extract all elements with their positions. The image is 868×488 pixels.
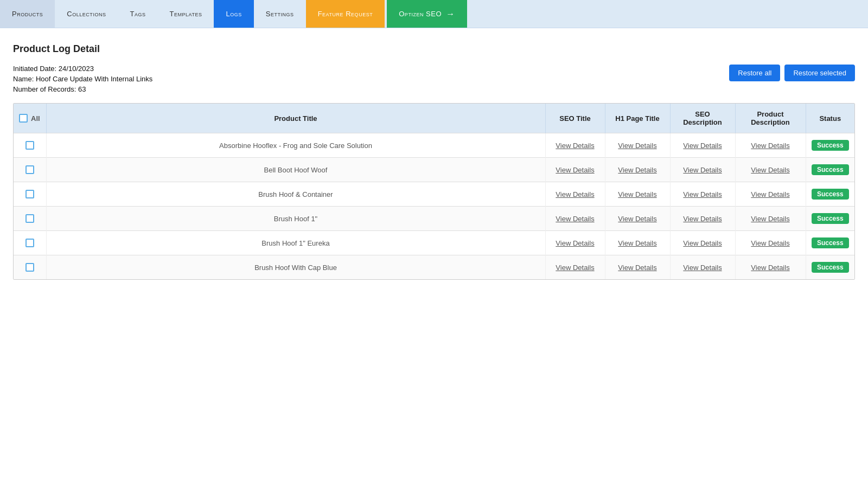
row-status-1: Success	[806, 133, 854, 158]
page-content: Product Log Detail Initiated Date: 24/10…	[0, 28, 868, 293]
nav-item-logs[interactable]: Logs	[214, 0, 253, 28]
row-checkbox-cell	[14, 207, 46, 231]
row-seo-description-1: View Details	[670, 133, 735, 158]
prod-desc-link-2[interactable]: View Details	[751, 166, 789, 174]
row-checkbox-cell	[14, 158, 46, 182]
status-badge-3: Success	[812, 189, 849, 200]
table-row: Brush Hoof 1" View Details View Details …	[14, 207, 854, 231]
col-header-seo-title: SEO Title	[545, 104, 605, 133]
row-seo-description-2: View Details	[670, 158, 735, 182]
seo-desc-link-4[interactable]: View Details	[683, 215, 722, 223]
row-seo-description-6: View Details	[670, 255, 735, 280]
row-seo-title-1: View Details	[545, 133, 605, 158]
seo-desc-link-5[interactable]: View Details	[683, 239, 722, 247]
row-checkbox-cell	[14, 133, 46, 158]
row-status-6: Success	[806, 255, 854, 280]
status-badge-5: Success	[812, 237, 849, 248]
row-checkbox-5[interactable]	[25, 239, 34, 247]
row-checkbox-6[interactable]	[25, 263, 34, 272]
col-header-status: Status	[806, 104, 854, 133]
table-header-row: All Product Title SEO Title H1 Page Titl…	[14, 104, 854, 133]
table-row: Bell Boot Hoof Woof View Details View De…	[14, 158, 854, 182]
row-product-description-2: View Details	[735, 158, 806, 182]
row-seo-title-3: View Details	[545, 182, 605, 207]
prod-desc-link-4[interactable]: View Details	[751, 215, 789, 223]
col-header-checkbox: All	[14, 104, 46, 133]
restore-selected-button[interactable]: Restore selected	[784, 65, 855, 81]
row-checkbox-4[interactable]	[25, 214, 34, 223]
row-seo-title-5: View Details	[545, 231, 605, 255]
h1-title-link-4[interactable]: View Details	[618, 215, 656, 223]
prod-desc-link-1[interactable]: View Details	[751, 142, 789, 150]
row-seo-description-3: View Details	[670, 182, 735, 207]
seo-desc-link-3[interactable]: View Details	[683, 190, 722, 198]
prod-desc-link-5[interactable]: View Details	[751, 239, 789, 247]
seo-title-link-3[interactable]: View Details	[556, 190, 594, 198]
meta-section: Initiated Date: 24/10/2023 Name: Hoof Ca…	[13, 65, 855, 93]
initiated-date-line: Initiated Date: 24/10/2023	[13, 65, 855, 73]
restore-all-button[interactable]: Restore all	[729, 65, 780, 81]
seo-title-link-2[interactable]: View Details	[556, 166, 594, 174]
nav-item-feature-request[interactable]: Feature Request	[306, 0, 385, 28]
row-product-title-6: Brush Hoof With Cap Blue	[46, 255, 545, 280]
row-checkbox-cell	[14, 182, 46, 207]
seo-title-link-5[interactable]: View Details	[556, 239, 594, 247]
row-checkbox-1[interactable]	[25, 141, 34, 150]
page-title: Product Log Detail	[13, 43, 855, 55]
row-checkbox-cell	[14, 231, 46, 255]
nav-item-templates[interactable]: Templates	[158, 0, 214, 28]
arrow-icon: →	[446, 9, 455, 19]
nav-item-optizen-seo[interactable]: Optizen SEO →	[387, 0, 467, 28]
row-h1-page-title-6: View Details	[605, 255, 670, 280]
row-h1-page-title-1: View Details	[605, 133, 670, 158]
row-seo-description-5: View Details	[670, 231, 735, 255]
nav-item-collections[interactable]: Collections	[55, 0, 118, 28]
table-row: Absorbine Hooflex - Frog and Sole Care S…	[14, 133, 854, 158]
h1-title-link-6[interactable]: View Details	[618, 264, 656, 272]
row-status-4: Success	[806, 207, 854, 231]
prod-desc-link-3[interactable]: View Details	[751, 190, 789, 198]
table-row: Brush Hoof 1" Eureka View Details View D…	[14, 231, 854, 255]
row-seo-title-6: View Details	[545, 255, 605, 280]
seo-title-link-6[interactable]: View Details	[556, 264, 594, 272]
h1-title-link-5[interactable]: View Details	[618, 239, 656, 247]
row-product-description-1: View Details	[735, 133, 806, 158]
row-product-title-3: Brush Hoof & Container	[46, 182, 545, 207]
h1-title-link-2[interactable]: View Details	[618, 166, 656, 174]
records-line: Number of Records: 63	[13, 85, 855, 93]
row-h1-page-title-5: View Details	[605, 231, 670, 255]
row-product-title-5: Brush Hoof 1" Eureka	[46, 231, 545, 255]
row-product-title-1: Absorbine Hooflex - Frog and Sole Care S…	[46, 133, 545, 158]
seo-title-link-4[interactable]: View Details	[556, 215, 594, 223]
nav-bar: Products Collections Tags Templates Logs…	[0, 0, 868, 28]
prod-desc-link-6[interactable]: View Details	[751, 264, 789, 272]
h1-title-link-3[interactable]: View Details	[618, 190, 656, 198]
row-status-3: Success	[806, 182, 854, 207]
row-checkbox-3[interactable]	[25, 190, 34, 198]
table-row: Brush Hoof & Container View Details View…	[14, 182, 854, 207]
row-product-description-4: View Details	[735, 207, 806, 231]
row-product-description-5: View Details	[735, 231, 806, 255]
row-product-description-6: View Details	[735, 255, 806, 280]
nav-item-products[interactable]: Products	[0, 0, 55, 28]
nav-item-settings[interactable]: Settings	[254, 0, 306, 28]
row-h1-page-title-2: View Details	[605, 158, 670, 182]
h1-title-link-1[interactable]: View Details	[618, 142, 656, 150]
checkbox-all-box[interactable]	[19, 114, 28, 123]
row-checkbox-2[interactable]	[25, 165, 34, 174]
seo-desc-link-2[interactable]: View Details	[683, 166, 722, 174]
status-badge-2: Success	[812, 164, 849, 175]
col-header-product-description: ProductDescription	[735, 104, 806, 133]
seo-desc-link-6[interactable]: View Details	[683, 264, 722, 272]
status-badge-6: Success	[812, 262, 849, 273]
seo-desc-link-1[interactable]: View Details	[683, 142, 722, 150]
row-status-5: Success	[806, 231, 854, 255]
select-all-checkbox[interactable]: All	[19, 114, 41, 123]
col-header-seo-description: SEODescription	[670, 104, 735, 133]
row-h1-page-title-3: View Details	[605, 182, 670, 207]
status-badge-4: Success	[812, 213, 849, 224]
seo-title-link-1[interactable]: View Details	[556, 142, 594, 150]
row-product-title-2: Bell Boot Hoof Woof	[46, 158, 545, 182]
nav-item-tags[interactable]: Tags	[118, 0, 157, 28]
name-line: Name: Hoof Care Update With Internal Lin…	[13, 75, 855, 83]
